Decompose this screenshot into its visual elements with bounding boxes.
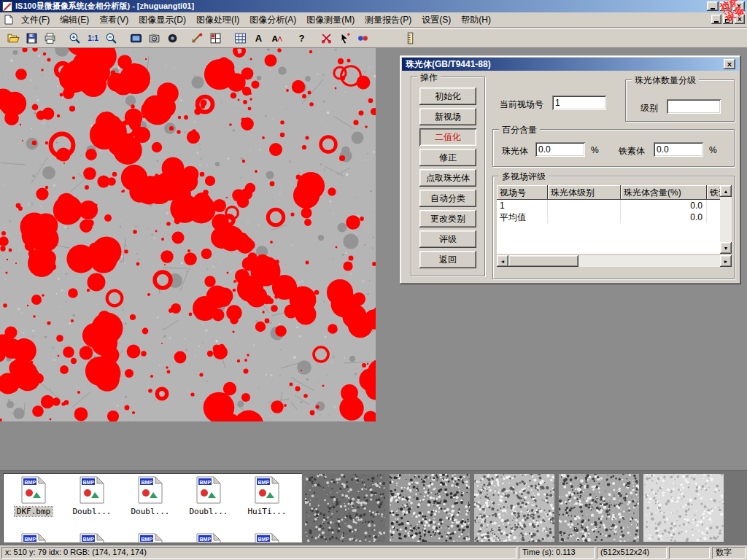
bmp-file-icon: BMP bbox=[255, 533, 279, 542]
percent-group-label: 百分含量 bbox=[499, 124, 540, 136]
table-header-4[interactable]: 铁素 bbox=[707, 185, 720, 200]
operations-group: 操作 初始化新视场二值化修正点取珠光体自动分类更改类别评级返回 bbox=[411, 77, 485, 276]
menubar: 文件(F)编辑(E)查看(V)图像显示(D)图像处理(I)图像分析(A)图像测量… bbox=[0, 12, 747, 28]
menu-item-5[interactable]: 图像处理(I) bbox=[191, 12, 244, 28]
zoom-in-button[interactable] bbox=[66, 31, 84, 47]
op-button-6[interactable]: 自动分类 bbox=[419, 190, 476, 207]
op-button-7[interactable]: 更改类别 bbox=[419, 210, 476, 228]
thumbnail-2[interactable] bbox=[390, 474, 470, 542]
calibrate-button[interactable] bbox=[206, 31, 225, 47]
print-button[interactable] bbox=[41, 31, 59, 47]
file-item-5[interactable]: BMPHuiTi... bbox=[238, 476, 296, 516]
menu-item-2[interactable]: 编辑(E) bbox=[55, 12, 94, 28]
table-horizontal-scrollbar[interactable]: ◄ ► bbox=[497, 255, 732, 267]
menu-item-4[interactable]: 图像显示(D) bbox=[133, 12, 191, 28]
mdi-document-icon[interactable] bbox=[4, 15, 14, 25]
horizontal-scroll-thumb[interactable] bbox=[508, 255, 578, 267]
micrograph-image[interactable] bbox=[0, 48, 376, 421]
menu-item-3[interactable]: 查看(V) bbox=[94, 12, 133, 28]
save-button[interactable] bbox=[23, 31, 41, 47]
ferrite-percent-input[interactable] bbox=[654, 142, 703, 157]
pearlite-percent-sign: % bbox=[591, 145, 599, 155]
op-button-2[interactable]: 新视场 bbox=[419, 108, 476, 125]
text-tool-icon: A bbox=[255, 33, 262, 44]
op-button-1[interactable]: 初始化 bbox=[419, 88, 476, 105]
op-button-3[interactable]: 二值化 bbox=[419, 128, 476, 146]
bottom-panel: BMPDKF.bmpBMPDoubl...BMPDoubl...BMPDoubl… bbox=[0, 470, 747, 545]
current-field-input[interactable] bbox=[552, 96, 606, 110]
menu-item-1[interactable]: 文件(F) bbox=[16, 12, 55, 28]
video-display-icon bbox=[130, 32, 142, 44]
svg-text:BMP: BMP bbox=[25, 537, 36, 542]
op-button-5[interactable]: 点取珠光体 bbox=[419, 169, 476, 187]
cut-tool-button[interactable] bbox=[317, 31, 336, 47]
menu-item-8[interactable]: 测量报告(P) bbox=[360, 12, 417, 28]
menu-item-7[interactable]: 图像测量(M) bbox=[301, 12, 360, 28]
scroll-right-button[interactable]: ► bbox=[720, 255, 732, 267]
menu-item-10[interactable]: 帮助(H) bbox=[456, 12, 496, 28]
file-item-partial[interactable]: BMP bbox=[63, 533, 121, 542]
op-button-8[interactable]: 评级 bbox=[419, 230, 476, 248]
dialog-close-button[interactable]: × bbox=[724, 59, 735, 69]
capture-button[interactable] bbox=[163, 31, 182, 47]
measure-tool-button[interactable] bbox=[188, 31, 206, 47]
menu-item-9[interactable]: 设置(S) bbox=[417, 12, 456, 28]
file-item-2[interactable]: BMPDoubl... bbox=[63, 476, 121, 516]
level-input[interactable] bbox=[667, 99, 721, 114]
ruler-tool-button[interactable] bbox=[401, 31, 419, 47]
svg-text:BMP: BMP bbox=[83, 480, 95, 485]
annotate-tool-button[interactable]: A bbox=[268, 31, 286, 47]
file-name: DKF.bmp bbox=[15, 507, 53, 516]
video-source-button[interactable] bbox=[127, 31, 145, 47]
scroll-left-button[interactable]: ◄ bbox=[497, 255, 508, 267]
help-button[interactable]: ? bbox=[293, 31, 311, 47]
mdi-minimize-button[interactable] bbox=[711, 15, 721, 24]
titlebar[interactable]: IS100显微摄像系统(金相分析版) - [zhuguangti01] × bbox=[0, 0, 747, 12]
file-item-3[interactable]: BMPDoubl... bbox=[121, 476, 179, 516]
dialog-title: 珠光体(GB/T9441-88) bbox=[406, 58, 724, 71]
horizontal-scroll-track[interactable] bbox=[508, 255, 720, 267]
grade-group: 珠光体数量分级 级别 bbox=[625, 79, 735, 122]
marker-tool-button[interactable] bbox=[354, 31, 372, 47]
table-vertical-scrollbar[interactable]: ▲ ▼ bbox=[720, 185, 732, 254]
statusbar: x: 510 y: 79 idx: 0 RGB: (174, 174, 174)… bbox=[0, 545, 747, 560]
table-row-2[interactable]: 平均值0.0 bbox=[497, 211, 720, 223]
file-item-partial[interactable]: BMP bbox=[121, 533, 179, 542]
op-button-9[interactable]: 返回 bbox=[419, 251, 476, 268]
zoom-out-button[interactable] bbox=[102, 31, 120, 47]
status-time: Time (s): 0.113 bbox=[519, 547, 595, 559]
op-button-4[interactable]: 修正 bbox=[419, 149, 476, 166]
pearlite-label: 珠光体 bbox=[502, 145, 528, 158]
multi-field-table[interactable]: 10.0平均值0.0 bbox=[497, 200, 720, 254]
table-row-1[interactable]: 10.0 bbox=[497, 200, 720, 211]
scroll-up-button[interactable]: ▲ bbox=[720, 185, 732, 197]
file-item-1[interactable]: BMPDKF.bmp bbox=[4, 476, 63, 516]
table-header-2[interactable]: 珠光体级别 bbox=[548, 185, 621, 200]
scroll-down-button[interactable]: ▼ bbox=[720, 242, 732, 254]
file-item-partial[interactable]: BMP bbox=[179, 533, 238, 542]
table-cell: 1 bbox=[497, 200, 548, 211]
file-item-partial[interactable]: BMP bbox=[238, 533, 296, 542]
thumbnail-1[interactable] bbox=[305, 474, 385, 542]
toolbar: 1:1 A A ? bbox=[0, 28, 747, 48]
pearlite-percent-input[interactable] bbox=[535, 142, 585, 157]
pointer-tool-button[interactable] bbox=[336, 31, 354, 47]
menu-item-6[interactable]: 图像分析(A) bbox=[244, 12, 301, 28]
file-item-partial[interactable]: BMP bbox=[4, 533, 63, 542]
camera-button[interactable] bbox=[145, 31, 163, 47]
table-header-1[interactable]: 视场号 bbox=[497, 185, 548, 200]
file-item-4[interactable]: BMPDoubl... bbox=[179, 476, 238, 516]
capture-icon bbox=[166, 32, 179, 44]
thumbnail-3[interactable] bbox=[474, 474, 554, 542]
open-file-button[interactable] bbox=[4, 31, 23, 47]
dialog-titlebar[interactable]: 珠光体(GB/T9441-88) × bbox=[402, 58, 739, 71]
table-button[interactable] bbox=[231, 31, 249, 47]
thumbnail-4[interactable] bbox=[559, 474, 639, 542]
text-tool-button[interactable]: A bbox=[249, 31, 268, 47]
up-arrow-icon: ▲ bbox=[724, 189, 729, 194]
thumbnail-5[interactable] bbox=[643, 474, 724, 542]
actual-size-button[interactable]: 1:1 bbox=[84, 31, 102, 47]
level-label: 级别 bbox=[640, 102, 658, 114]
file-list[interactable]: BMPDKF.bmpBMPDoubl...BMPDoubl...BMPDoubl… bbox=[3, 473, 302, 542]
table-header-3[interactable]: 珠光体含量(%) bbox=[621, 185, 707, 200]
